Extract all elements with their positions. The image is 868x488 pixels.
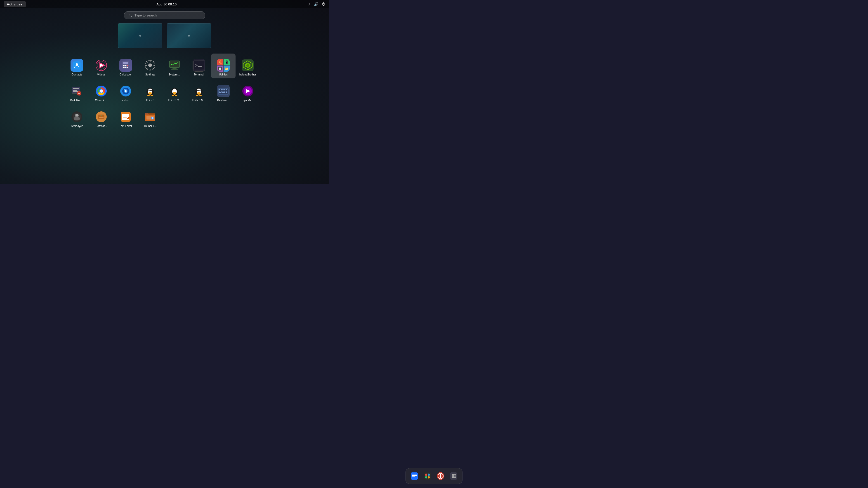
svg-point-110 [101, 115, 102, 116]
app-item-videos[interactable]: Videos [89, 54, 114, 78]
thunar-label: Thunar F... [144, 125, 156, 128]
svg-point-70 [175, 90, 176, 91]
window-preview-2[interactable] [167, 23, 211, 48]
svg-rect-89 [221, 91, 222, 92]
svg-rect-19 [127, 67, 128, 68]
svg-point-62 [147, 95, 150, 96]
search-icon [129, 13, 132, 17]
svg-line-26 [146, 61, 147, 63]
svg-point-21 [148, 64, 152, 67]
svg-rect-40 [73, 88, 79, 89]
app-item-mpv[interactable]: mpv Me... [236, 79, 260, 104]
svg-rect-94 [221, 92, 225, 93]
app-item-cixbot[interactable]: cixbot [114, 79, 138, 104]
app-item-texteditor[interactable]: Text Editor [114, 105, 138, 130]
svg-point-102 [76, 114, 78, 116]
airplane-mode-icon[interactable]: ✈ [307, 2, 311, 6]
videos-icon [95, 59, 107, 72]
utilities-label: Utilities [219, 73, 228, 76]
datetime-display: Aug 30 08:16 [156, 2, 177, 6]
volume-icon[interactable]: 🔊 [314, 2, 318, 6]
app-item-keyboard[interactable]: Keyboar... [211, 79, 236, 104]
settings-icon [144, 59, 156, 72]
svg-point-108 [99, 115, 99, 116]
svg-line-28 [153, 61, 154, 63]
fcitx5-label: Fcitx 5 [146, 99, 154, 102]
svg-rect-5 [74, 65, 74, 65]
activities-button[interactable]: Activities [4, 1, 26, 7]
software-label: Softwar... [96, 125, 107, 128]
svg-rect-33 [194, 61, 204, 70]
svg-rect-88 [219, 91, 220, 92]
fcitx5-icon [144, 85, 156, 97]
app-item-terminal[interactable]: Terminal [187, 54, 211, 78]
balena-icon [241, 59, 254, 72]
svg-point-60 [149, 90, 150, 91]
preview-dot-1 [139, 35, 141, 37]
svg-rect-92 [225, 91, 227, 92]
app-item-software[interactable]: Softwar... [89, 105, 114, 130]
chromium-label: Chromiu... [95, 99, 107, 102]
svg-rect-18 [125, 67, 127, 68]
terminal-label: Terminal [194, 73, 204, 76]
app-item-utilities[interactable]: 🍕 📱 🔲 📂 Utilities [211, 54, 236, 78]
app-item-system[interactable]: System ... [162, 54, 187, 78]
svg-point-72 [175, 95, 177, 96]
balena-label: balenaEtc-her [239, 73, 256, 76]
app-item-thunar[interactable]: Thunar F... [138, 105, 162, 130]
fcitx5c-icon [168, 85, 181, 97]
chromium-icon [95, 85, 107, 97]
app-grid: Contacts Videos [63, 54, 266, 130]
app-item-fcitx5m[interactable]: Fcitx 5 M... [187, 79, 211, 104]
svg-rect-87 [225, 89, 227, 90]
keyboard-label: Keyboar... [217, 99, 229, 102]
svg-rect-30 [169, 61, 180, 68]
mpv-label: mpv Me... [242, 99, 254, 102]
svg-rect-85 [222, 89, 223, 90]
fcitx5m-icon [193, 85, 205, 97]
videos-label: Videos [97, 73, 105, 76]
contacts-label: Contacts [71, 73, 82, 76]
svg-line-1 [131, 16, 132, 17]
texteditor-label: Text Editor [119, 125, 132, 128]
svg-rect-41 [73, 90, 77, 91]
svg-rect-15 [125, 65, 127, 66]
svg-rect-90 [222, 91, 223, 92]
app-item-fcitx5c[interactable]: Fcitx 5 C... [162, 79, 187, 104]
svg-rect-31 [173, 68, 177, 69]
svg-rect-13 [123, 62, 128, 64]
smplayer-label: SMPlayer [71, 125, 83, 128]
app-item-balena[interactable]: balenaEtc-her [236, 54, 260, 78]
svg-point-69 [174, 90, 174, 91]
svg-rect-86 [224, 89, 225, 90]
power-icon[interactable]: ⏻ [322, 2, 326, 6]
app-item-settings[interactable]: Settings [138, 54, 162, 78]
cixbot-icon [119, 85, 132, 97]
svg-rect-4 [74, 64, 74, 64]
app-item-smplayer[interactable]: SMPlayer [65, 105, 89, 130]
app-item-contacts[interactable]: Contacts [65, 54, 89, 78]
svg-point-79 [199, 90, 200, 91]
svg-rect-6 [74, 66, 74, 66]
search-input[interactable] [134, 13, 200, 17]
bulk-icon [70, 85, 83, 97]
svg-rect-91 [224, 91, 225, 92]
texteditor-icon [119, 110, 132, 123]
svg-point-78 [198, 90, 198, 91]
svg-point-49 [100, 90, 103, 93]
app-item-chromium[interactable]: Chromiu... [89, 79, 114, 104]
terminal-icon [193, 59, 205, 72]
app-item-fcitx5[interactable]: Fcitx 5 [138, 79, 162, 104]
thunar-icon [144, 110, 156, 123]
fcitx5m-label: Fcitx 5 M... [192, 99, 206, 102]
calculator-label: Calculator [120, 73, 132, 76]
svg-rect-93 [219, 92, 221, 93]
search-bar[interactable] [124, 11, 205, 19]
app-row-1: Contacts Videos [63, 54, 266, 78]
app-item-calculator[interactable]: Calculator [114, 54, 138, 78]
app-item-bulk[interactable]: Bulk Ren... [65, 79, 89, 104]
svg-rect-83 [219, 89, 220, 90]
svg-rect-32 [171, 69, 178, 70]
window-preview-1[interactable] [118, 23, 162, 48]
svg-point-103 [74, 117, 80, 121]
